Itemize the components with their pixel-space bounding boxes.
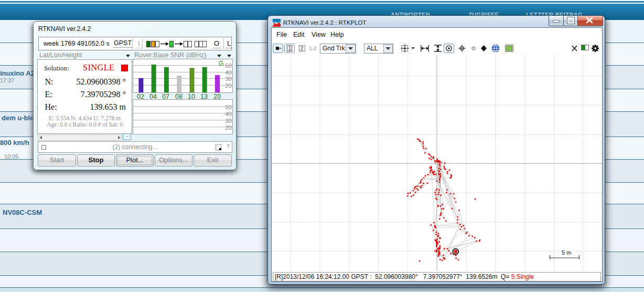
- svg-text:G: G: [219, 60, 223, 67]
- svg-text:50: 50: [225, 62, 232, 69]
- svg-text:30: 30: [225, 118, 232, 124]
- svg-text:20: 20: [225, 82, 232, 89]
- svg-text:40: 40: [225, 111, 232, 117]
- svg-text:1: 1: [288, 46, 292, 51]
- svg-text:30: 30: [225, 76, 232, 82]
- svg-text:20: 20: [225, 124, 232, 131]
- svg-text:5 m: 5 m: [562, 249, 571, 256]
- svg-text:ALL: ALL: [367, 45, 378, 52]
- svg-text:2: 2: [300, 46, 304, 51]
- svg-text:Gnd Trk: Gnd Trk: [323, 45, 346, 52]
- svg-text:50: 50: [225, 104, 232, 110]
- svg-text:1-2: 1-2: [309, 46, 317, 51]
- svg-text:40: 40: [225, 69, 232, 76]
